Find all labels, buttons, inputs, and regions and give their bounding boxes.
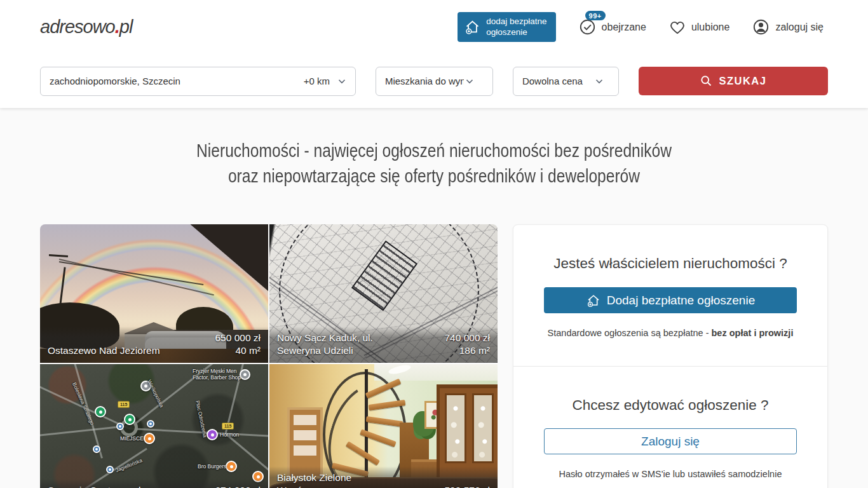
owner-heading: Jesteś właścicielem nieruchomości ? bbox=[544, 255, 797, 272]
photo-cabinet-glass bbox=[472, 393, 494, 463]
map-pin-green bbox=[95, 406, 106, 417]
favorites-label: ulubione bbox=[691, 22, 730, 33]
page-title-line-2: oraz niepowtarzające się oferty pośredni… bbox=[111, 163, 757, 189]
logo-tld: pl bbox=[119, 17, 133, 37]
add-listing-button[interactable]: dodaj bezpłatne ogłoszenie bbox=[458, 12, 555, 43]
category-value: Mieszkania do wynajęcia bbox=[385, 76, 464, 86]
edit-note: Hasło otrzymałeś w SMS'ie lub ustawiłeś … bbox=[544, 469, 797, 479]
add-listing-label: dodaj bezpłatne ogłoszenie bbox=[486, 17, 546, 38]
owner-note: Standardowe ogłoszenia są bezpłatne - be… bbox=[544, 328, 797, 338]
search-submit-label: SZUKAJ bbox=[719, 75, 766, 87]
listing-title: Nowy Sącz Kaduk, ul. Seweryna Udzieli bbox=[277, 332, 392, 357]
map-poi-label: MIEJSCE bbox=[120, 435, 144, 442]
map-route-shield: 115 bbox=[222, 423, 234, 430]
chevron-down-icon bbox=[336, 76, 348, 87]
sidebar-edit-section: Chcesz edytować ogłoszenie ? Zaloguj się… bbox=[513, 367, 827, 488]
site-header: adresowo.pl dodaj bezpłatne ogłoszenie bbox=[0, 0, 868, 108]
listing-price: 650 000 zł bbox=[215, 332, 261, 344]
price-select[interactable]: Dowolna cena bbox=[513, 67, 619, 96]
listing-area: 186 m² bbox=[444, 344, 490, 357]
top-bar: adresowo.pl dodaj bezpłatne ogłoszenie bbox=[0, 0, 868, 54]
map-pin-purple bbox=[207, 429, 218, 440]
search-submit-button[interactable]: SZUKAJ bbox=[639, 67, 828, 95]
edit-heading: Chcesz edytować ogłoszenie ? bbox=[544, 397, 797, 414]
photo-cabinet-glass bbox=[445, 393, 466, 463]
map-road bbox=[40, 425, 128, 437]
page-title-line-1: Nieruchomości - najwięcej ogłoszeń nieru… bbox=[111, 138, 757, 163]
sidebar-add-listing-label: Dodaj bezpłatne ogłoszenie bbox=[607, 294, 755, 308]
photo-wire bbox=[59, 259, 214, 295]
location-input[interactable]: zachodniopomorskie, Szczecin +0 km bbox=[40, 67, 356, 96]
price-value: Dowolna cena bbox=[522, 76, 593, 86]
map-pin-orange bbox=[226, 461, 237, 472]
login-button[interactable]: zaloguj się bbox=[752, 18, 824, 36]
logo-dot: . bbox=[115, 17, 119, 37]
category-select[interactable]: Mieszkania do wynajęcia bbox=[376, 67, 493, 96]
heart-icon bbox=[669, 19, 686, 36]
listing-area: 40 m² bbox=[215, 344, 261, 357]
map-poi-label: Factor, Barber Shop bbox=[193, 374, 241, 381]
listing-card-nowy-sacz[interactable]: Z up. PREZYDEN Nowy Sącz Kaduk, ul. Sewe… bbox=[269, 224, 498, 363]
house-plus-icon bbox=[464, 18, 481, 36]
map-pin-orange bbox=[144, 433, 155, 444]
photo-pole-arm bbox=[49, 254, 68, 257]
page-title: Nieruchomości - najwięcej ogłoszeń nieru… bbox=[40, 108, 828, 224]
columns: Ostaszewo Nad Jeziorem 650 000 zł 40 m² … bbox=[40, 224, 828, 488]
map-street-label: Wielkopolska bbox=[146, 379, 165, 408]
chevron-down-icon bbox=[464, 76, 475, 87]
logo-main: adresowo bbox=[40, 17, 115, 37]
map-pin-green bbox=[124, 414, 135, 425]
listing-price: 740 000 zł bbox=[444, 332, 490, 344]
map-route-shield: 115 bbox=[118, 401, 130, 408]
listing-card-ostaszewo[interactable]: Ostaszewo Nad Jeziorem 650 000 zł 40 m² bbox=[40, 224, 268, 363]
search-bar: zachodniopomorskie, Szczecin +0 km Miesz… bbox=[0, 54, 868, 108]
listing-title: Ostaszewo Nad Jeziorem bbox=[48, 344, 160, 357]
viewed-count-badge: 99+ bbox=[585, 11, 606, 20]
owner-note-bold: bez opłat i prowizji bbox=[712, 328, 794, 338]
viewed-label: obejrzane bbox=[602, 22, 646, 33]
search-icon bbox=[700, 74, 713, 88]
chevron-down-icon bbox=[593, 76, 605, 87]
map-pin-gray bbox=[240, 369, 250, 380]
photo-roof-silhouette bbox=[157, 224, 268, 291]
listing-numbers: 740 000 zł 186 m² bbox=[444, 332, 490, 357]
viewed-button[interactable]: 99+ obejrzane bbox=[579, 18, 646, 36]
house-plus-icon bbox=[586, 293, 601, 308]
main-content: Nieruchomości - najwięcej ogłoszeń nieru… bbox=[0, 108, 868, 488]
sidebar-add-listing-button[interactable]: Dodaj bezpłatne ogłoszenie bbox=[544, 287, 797, 313]
map-pin-blue bbox=[116, 423, 124, 430]
listing-grid: Ostaszewo Nad Jeziorem 650 000 zł 40 m² … bbox=[40, 224, 498, 488]
sidebar-login-button[interactable]: Zaloguj się bbox=[544, 428, 797, 454]
radius-value[interactable]: +0 km bbox=[304, 76, 330, 86]
map-pin-blue bbox=[93, 445, 100, 453]
sidebar-owner-section: Jesteś właścicielem nieruchomości ? Doda… bbox=[513, 225, 827, 366]
listing-numbers: 599 576 zł bbox=[444, 484, 490, 488]
map-poi-label: Bro Burgers bbox=[198, 463, 226, 470]
map-poi-label: Fryzjer Męski Men bbox=[193, 368, 236, 374]
check-circle-icon: 99+ bbox=[579, 18, 596, 36]
map-pin-blue bbox=[106, 466, 114, 473]
listing-card-bialystok[interactable]: Białystok Zielone Wzgórze 599 576 zł bbox=[269, 364, 498, 488]
login-label: zaloguj się bbox=[775, 22, 824, 33]
sidebar: Jesteś właścicielem nieruchomości ? Doda… bbox=[513, 224, 828, 488]
listing-numbers: 674 000 zł bbox=[215, 484, 261, 488]
listing-card-szczecin[interactable]: 115 115 Fryzjer Męski Men Factor, Barber… bbox=[40, 364, 268, 488]
listing-price: 599 576 zł bbox=[444, 484, 490, 488]
listing-caption: Szczecin Centrum, ul. 674 000 zł bbox=[40, 479, 268, 488]
listing-numbers: 650 000 zł 40 m² bbox=[215, 332, 261, 357]
listing-caption: Nowy Sącz Kaduk, ul. Seweryna Udzieli 74… bbox=[269, 327, 498, 363]
location-value: zachodniopomorskie, Szczecin bbox=[50, 76, 304, 86]
favorites-button[interactable]: ulubione bbox=[669, 19, 730, 36]
listing-caption: Ostaszewo Nad Jeziorem 650 000 zł 40 m² bbox=[40, 327, 268, 363]
map-poi-label: Hormon bbox=[220, 431, 239, 438]
listing-price: 674 000 zł bbox=[215, 484, 261, 488]
site-logo[interactable]: adresowo.pl bbox=[40, 17, 132, 37]
listing-title: Szczecin Centrum, ul. bbox=[48, 484, 144, 488]
header-actions: dodaj bezpłatne ogłoszenie 99+ obejrzane bbox=[458, 12, 824, 43]
map-pin-blue bbox=[147, 420, 154, 428]
listing-caption: Białystok Zielone Wzgórze 599 576 zł bbox=[269, 466, 498, 488]
listing-title: Białystok Zielone Wzgórze bbox=[277, 471, 392, 488]
person-circle-icon bbox=[752, 18, 770, 36]
